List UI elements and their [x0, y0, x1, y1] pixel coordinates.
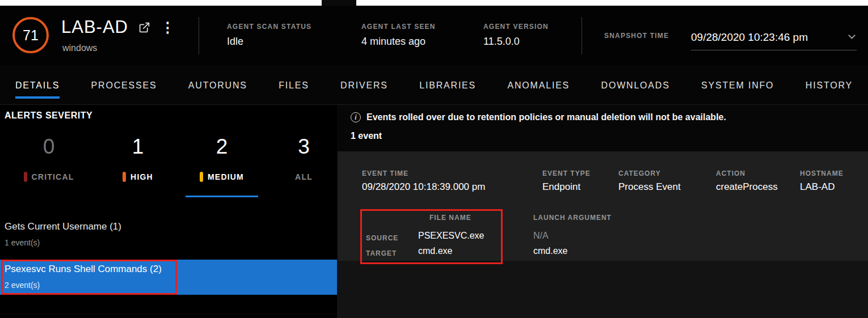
launch-argument-header: LAUNCH ARGUMENT: [533, 214, 612, 222]
snapshot-time-select[interactable]: 09/28/2020 10:23:46 pm: [691, 24, 857, 50]
stat-value: 11.5.0.0: [483, 36, 549, 48]
events-notice-text: Events rolled over due to retention poli…: [366, 112, 726, 122]
field-event-type: EVENT TYPE Endpoint: [542, 169, 591, 193]
kebab-menu-icon[interactable]: ⋮: [161, 20, 175, 35]
severity-selected-underline: [186, 196, 258, 197]
tab-autoruns[interactable]: AUTORUNS: [188, 71, 247, 99]
event-count: 1 event: [351, 131, 382, 141]
field-value: Process Event: [618, 181, 681, 193]
stat-agent-last-seen: AGENT LAST SEEN 4 minutes ago: [361, 23, 436, 48]
target-file-value: cmd.exe: [418, 246, 452, 256]
severity-bar-icon: [123, 172, 126, 182]
tab-drivers[interactable]: DRIVERS: [340, 71, 388, 99]
tab-system-info[interactable]: SYSTEM INFO: [701, 71, 774, 99]
tab-history[interactable]: HISTORY: [806, 71, 853, 99]
severity-medium[interactable]: 2 MEDIUM: [186, 134, 258, 182]
events-notice-band: i Events rolled over due to retention po…: [337, 105, 868, 151]
field-action: ACTION createProcess: [716, 169, 778, 193]
host-os: windows: [62, 43, 97, 53]
severity-count: 3: [298, 134, 310, 159]
risk-score-value: 71: [23, 27, 39, 44]
header-divider: [199, 17, 199, 54]
stat-agent-scan-status: AGENT SCAN STATUS Idle: [227, 23, 311, 48]
severity-critical[interactable]: 0 CRITICAL: [17, 134, 81, 182]
alert-title: Psexesvc Runs Shell Commands (2): [5, 264, 332, 275]
alert-item-psexesvc-runs-shell-commands[interactable]: Psexesvc Runs Shell Commands (2) 2 event…: [0, 260, 337, 295]
target-label: TARGET: [366, 249, 397, 257]
field-value: Endpoint: [542, 181, 591, 193]
host-header: 71 LAB-AD ⋮ windows AGENT SCAN STATUS Id…: [0, 6, 868, 65]
field-value: createProcess: [716, 181, 778, 193]
severity-count: 1: [132, 134, 144, 159]
field-label: EVENT TYPE: [542, 169, 591, 177]
stat-agent-version: AGENT VERSION 11.5.0.0: [483, 23, 549, 48]
chevron-down-icon: [848, 32, 856, 39]
source-label: SOURCE: [366, 234, 398, 242]
host-details-screen: 71 LAB-AD ⋮ windows AGENT SCAN STATUS Id…: [0, 0, 868, 318]
severity-label: ALL: [295, 172, 313, 181]
header-divider: [582, 17, 582, 54]
severity-label: CRITICAL: [32, 172, 74, 181]
alerts-severity-title: ALERTS SEVERITY: [5, 111, 92, 121]
field-value: LAB-AD: [800, 181, 844, 193]
source-file-value: PSEXESVC.exe: [418, 231, 484, 241]
events-panel: i Events rolled over due to retention po…: [337, 105, 868, 318]
host-name: LAB-AD: [61, 17, 128, 37]
field-hostname: HOSTNAME LAB-AD: [800, 169, 844, 193]
alert-subtitle: 2 event(s): [5, 281, 332, 290]
severity-label: HIGH: [130, 172, 153, 181]
external-link-icon[interactable]: [138, 22, 150, 33]
severity-all[interactable]: 3 ALL: [283, 134, 325, 182]
severity-tag: MEDIUM: [200, 172, 244, 182]
stat-value: Idle: [227, 36, 311, 48]
stat-label: AGENT LAST SEEN: [361, 23, 436, 31]
severity-tag: CRITICAL: [24, 172, 74, 182]
launch-argument-source-value: N/A: [533, 231, 549, 241]
severity-bar-icon: [24, 172, 27, 182]
alert-subtitle: 1 event(s): [5, 238, 332, 247]
field-event-time: EVENT TIME 09/28/2020 10:18:39.000 pm: [362, 169, 485, 193]
alert-item-gets-current-username[interactable]: Gets Current Username (1) 1 event(s): [0, 217, 337, 252]
tab-bar: DETAILS PROCESSES AUTORUNS FILES DRIVERS…: [0, 65, 868, 105]
snapshot-time-value: 09/28/2020 10:23:46 pm: [691, 31, 808, 44]
host-name-row: LAB-AD ⋮: [61, 17, 175, 37]
stat-value: 4 minutes ago: [361, 36, 436, 48]
field-label: ACTION: [716, 169, 778, 177]
info-icon: i: [351, 112, 361, 122]
alerts-panel: ALERTS SEVERITY 0 CRITICAL 1 HIGH 2 MEDI…: [0, 105, 337, 318]
stat-label: AGENT SCAN STATUS: [227, 23, 311, 31]
field-value: 09/28/2020 10:18:39.000 pm: [362, 181, 485, 193]
severity-high[interactable]: 1 HIGH: [115, 134, 161, 182]
snapshot-time-label: SNAPSHOT TIME: [604, 32, 669, 40]
stat-label: AGENT VERSION: [483, 23, 549, 31]
field-category: CATEGORY Process Event: [618, 169, 681, 193]
tab-anomalies[interactable]: ANOMALIES: [508, 71, 570, 99]
launch-argument-target-value: cmd.exe: [533, 246, 567, 256]
severity-count: 2: [216, 134, 228, 159]
severity-tag: ALL: [295, 172, 313, 182]
risk-score-badge[interactable]: 71: [12, 17, 49, 53]
events-notice: i Events rolled over due to retention po…: [351, 112, 726, 122]
field-label: CATEGORY: [618, 169, 681, 177]
severity-bar-icon: [200, 172, 203, 182]
field-label: EVENT TIME: [362, 169, 485, 177]
field-label: HOSTNAME: [800, 169, 844, 177]
event-card[interactable]: EVENT TIME 09/28/2020 10:18:39.000 pm EV…: [338, 151, 868, 261]
file-name-header: FILE NAME: [429, 214, 471, 222]
tab-processes[interactable]: PROCESSES: [91, 71, 157, 99]
alert-title: Gets Current Username (1): [5, 221, 332, 232]
tab-downloads[interactable]: DOWNLOADS: [601, 71, 670, 99]
tab-libraries[interactable]: LIBRARIES: [419, 71, 476, 99]
top-notch: [322, 0, 356, 6]
severity-label: MEDIUM: [208, 172, 244, 181]
severity-tag: HIGH: [123, 172, 153, 182]
tab-details[interactable]: DETAILS: [15, 71, 60, 99]
tab-files[interactable]: FILES: [279, 71, 309, 99]
severity-count: 0: [43, 134, 55, 159]
